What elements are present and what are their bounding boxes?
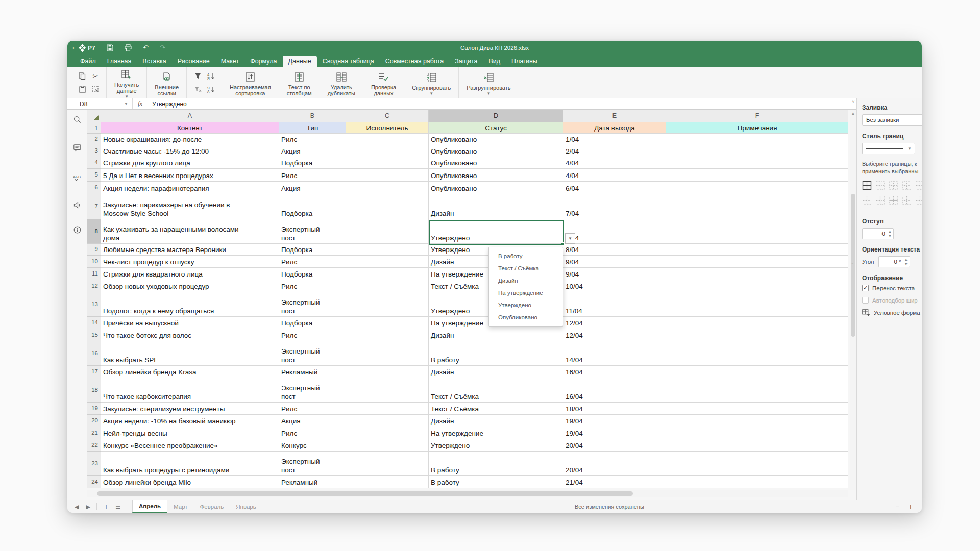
cell[interactable]: Опубликовано bbox=[429, 169, 564, 182]
remove-duplicates-button[interactable]: Удалить дубликаты bbox=[324, 68, 359, 97]
row-number[interactable]: 6 bbox=[87, 182, 101, 194]
scroll-up-icon[interactable]: ▲ bbox=[850, 111, 856, 116]
border-all-button[interactable] bbox=[862, 181, 872, 190]
cell[interactable]: Дизайн bbox=[429, 194, 564, 219]
formula-bar-collapse-icon[interactable]: ˅ bbox=[850, 99, 857, 104]
group-button[interactable]: Сгруппировать▼ bbox=[408, 69, 454, 97]
save-icon[interactable] bbox=[107, 44, 113, 51]
cell[interactable]: 6/04 bbox=[564, 182, 666, 194]
cell[interactable] bbox=[346, 268, 429, 280]
cell[interactable]: 11/04 bbox=[564, 292, 666, 317]
row-number[interactable]: 9 bbox=[87, 244, 101, 256]
dropdown-item[interactable]: В работу bbox=[489, 250, 563, 262]
border-outside-button[interactable] bbox=[902, 181, 912, 190]
row-number[interactable]: 11 bbox=[87, 268, 101, 280]
autofit-checkbox-row[interactable]: Автоподбор шир bbox=[862, 297, 922, 304]
border-cross-button[interactable] bbox=[889, 181, 898, 190]
table-column-header[interactable]: Тип bbox=[279, 122, 346, 134]
cell[interactable] bbox=[666, 134, 848, 145]
get-data-button[interactable]: Получить данные▼ bbox=[111, 66, 142, 100]
cell[interactable]: Стрижки для круглого лица bbox=[101, 157, 279, 169]
cell[interactable]: 16/04 bbox=[564, 378, 666, 403]
stepper-arrows-icon[interactable]: ▲▼ bbox=[888, 229, 892, 238]
cell[interactable]: Что такое карбокситерапия bbox=[101, 378, 279, 403]
cell[interactable]: Экспертный пост bbox=[279, 452, 346, 476]
cell[interactable]: 1/04 bbox=[564, 134, 666, 145]
row-number[interactable]: 3 bbox=[87, 145, 101, 157]
select-range-button[interactable] bbox=[89, 83, 102, 96]
cell[interactable] bbox=[346, 403, 429, 415]
cell[interactable] bbox=[346, 280, 429, 292]
cell[interactable]: 19/04 bbox=[564, 415, 666, 427]
row-number[interactable]: 13 bbox=[87, 292, 101, 317]
cell[interactable] bbox=[666, 427, 848, 439]
spellcheck-icon[interactable]: АБВ bbox=[72, 173, 82, 182]
cell[interactable] bbox=[666, 403, 848, 415]
cell[interactable]: Закулисье: стерилизуем инструменты bbox=[101, 403, 279, 415]
cell[interactable] bbox=[346, 157, 429, 169]
cell[interactable]: 8/04 bbox=[564, 219, 666, 244]
table-column-header[interactable]: Исполнитель bbox=[346, 122, 429, 134]
cell[interactable]: Рилс bbox=[279, 256, 346, 268]
cell[interactable]: Экспертный пост bbox=[279, 292, 346, 317]
info-icon[interactable] bbox=[72, 225, 82, 234]
search-icon[interactable] bbox=[72, 115, 82, 124]
cell[interactable]: Обзор линейки бренда Milo bbox=[101, 476, 279, 488]
cell[interactable]: Любимые средства мастера Вероники bbox=[101, 244, 279, 256]
cell[interactable] bbox=[666, 169, 848, 182]
column-header-C[interactable]: C bbox=[346, 110, 429, 122]
cell[interactable] bbox=[346, 415, 429, 427]
row-number[interactable]: 1 bbox=[87, 122, 101, 134]
cell[interactable]: Акция недели: -10% на базовый маникюр bbox=[101, 415, 279, 427]
row-number[interactable]: 4 bbox=[87, 157, 101, 169]
cell[interactable]: Акция bbox=[279, 415, 346, 427]
column-header-E[interactable]: E bbox=[564, 110, 666, 122]
cell[interactable] bbox=[666, 329, 848, 341]
cell[interactable] bbox=[666, 194, 848, 219]
angle-stepper[interactable]: 0 ° ▲▼ bbox=[878, 256, 910, 267]
cell[interactable] bbox=[666, 317, 848, 329]
dropdown-item[interactable]: Дизайн bbox=[489, 274, 563, 287]
cell[interactable] bbox=[666, 476, 848, 488]
add-sheet-icon[interactable]: + bbox=[104, 503, 108, 511]
select-range-icon[interactable] bbox=[92, 86, 99, 93]
cell[interactable]: Новые окрашивания: до-после bbox=[101, 134, 279, 145]
cell[interactable] bbox=[666, 378, 848, 403]
cell[interactable]: Дизайн bbox=[429, 415, 564, 427]
cell[interactable] bbox=[346, 378, 429, 403]
table-column-header[interactable]: Дата выхода bbox=[564, 122, 666, 134]
select-all-corner[interactable] bbox=[87, 110, 101, 122]
cell[interactable]: Опубликовано bbox=[429, 145, 564, 157]
cell[interactable]: Утверждено bbox=[429, 439, 564, 452]
cell[interactable]: Рилс bbox=[279, 403, 346, 415]
dropdown-item[interactable]: Опубликовано bbox=[489, 311, 563, 323]
cell[interactable]: Как выбрать SPF bbox=[101, 341, 279, 366]
cell[interactable]: Рекламный bbox=[279, 366, 346, 378]
copy-icon[interactable] bbox=[79, 72, 86, 80]
cell[interactable]: Нейл-тренды весны bbox=[101, 427, 279, 439]
cell[interactable]: Закулисье: парикмахеры на обучении в Mos… bbox=[101, 194, 279, 219]
menu-tab-файл[interactable]: Файл bbox=[75, 56, 102, 67]
cell[interactable] bbox=[666, 182, 848, 194]
cell[interactable]: 10/04 bbox=[564, 280, 666, 292]
cell[interactable]: 19/04 bbox=[564, 427, 666, 439]
cut-icon[interactable]: ✂ bbox=[93, 72, 99, 80]
cell[interactable] bbox=[666, 439, 848, 452]
cell[interactable] bbox=[346, 341, 429, 366]
cell[interactable]: Счастливые часы: -15% до 12:00 bbox=[101, 145, 279, 157]
row-number[interactable]: 23 bbox=[87, 452, 101, 476]
filter-icon[interactable] bbox=[194, 73, 201, 79]
table-column-header[interactable]: Статус bbox=[429, 122, 564, 134]
cell[interactable]: 4/04 bbox=[564, 157, 666, 169]
row-number[interactable]: 12 bbox=[87, 280, 101, 292]
cell[interactable]: 18/04 bbox=[564, 403, 666, 415]
cell[interactable] bbox=[346, 244, 429, 256]
ungroup-button[interactable]: Разгруппировать▼ bbox=[463, 69, 514, 97]
cell[interactable]: Подолог: когда к нему обращаться bbox=[101, 292, 279, 317]
border-diag-up-button[interactable] bbox=[915, 181, 922, 190]
cell[interactable]: Экспертный пост bbox=[279, 378, 346, 403]
row-number[interactable]: 16 bbox=[87, 341, 101, 366]
sheet-list-icon[interactable]: ☰ bbox=[115, 504, 120, 510]
cell[interactable]: Акция bbox=[279, 145, 346, 157]
menu-tab-рисование[interactable]: Рисование bbox=[172, 56, 215, 67]
